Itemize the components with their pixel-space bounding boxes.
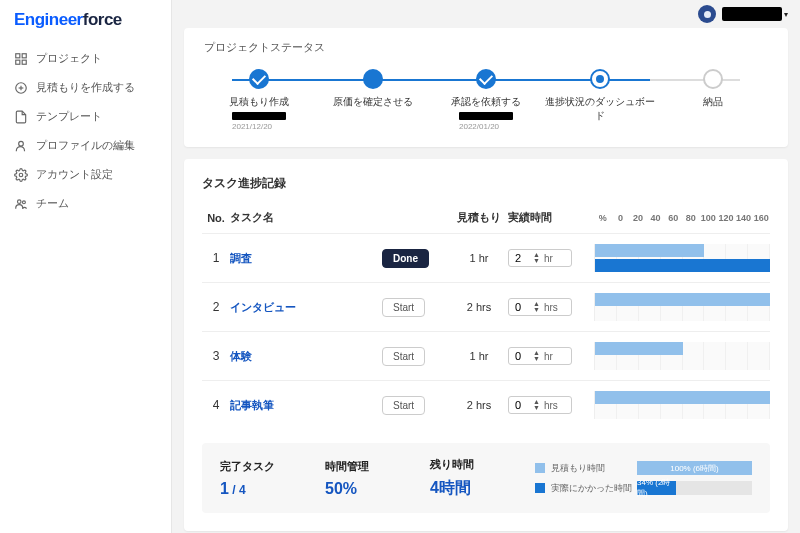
table-row: 1 調査 Done 1 hr ▲▼ hr <box>202 233 770 282</box>
document-icon <box>14 110 28 124</box>
nav-label: プロジェクト <box>36 51 102 66</box>
table-row: 2 インタビュー Start 2 hrs ▲▼ hrs <box>202 282 770 331</box>
legend-label: 実際にかかった時間 <box>551 482 637 495</box>
step-label: 承認を依頼する <box>451 95 521 109</box>
step-cost-fixed: 原価を確定させる <box>318 69 428 109</box>
main: ▾ プロジェクトステータス 見積もり作成 2021/12/20 原価を確定させる… <box>172 0 800 533</box>
nav-label: 見積もりを作成する <box>36 80 135 95</box>
nav-templates[interactable]: テンプレート <box>0 102 171 131</box>
task-link[interactable]: 記事執筆 <box>230 399 274 411</box>
nav-label: アカウント設定 <box>36 167 113 182</box>
summary-suffix: / 4 <box>229 483 246 497</box>
bar-estimate <box>595 244 704 257</box>
done-button[interactable]: Done <box>382 249 429 268</box>
summary-completed-tasks: 完了タスク 1 / 4 <box>220 459 325 498</box>
svg-point-7 <box>19 141 24 146</box>
step-author-redacted <box>459 112 513 120</box>
step-date: 2021/12/20 <box>232 122 286 131</box>
nav-label: プロファイルの編集 <box>36 138 135 153</box>
step-dashboard: 進捗状況のダッシュボード <box>545 69 655 123</box>
gear-icon <box>14 168 28 182</box>
row-no: 4 <box>202 398 230 412</box>
nav: プロジェクト 見積もりを作成する テンプレート プロファイルの編集 アカウント設… <box>0 42 171 220</box>
user-menu[interactable]: ▾ <box>698 5 788 23</box>
summary-label: 残り時間 <box>430 457 535 472</box>
logo[interactable]: Engineerforce <box>0 0 171 42</box>
summary-legend: 見積もり時間 100% (6時間) 実際にかかった時間 34% (2時間) <box>535 461 752 495</box>
nav-profile[interactable]: プロファイルの編集 <box>0 131 171 160</box>
logo-part-2: force <box>83 10 122 29</box>
status-card-title: プロジェクトステータス <box>204 40 768 55</box>
stepper-icon[interactable]: ▲▼ <box>533 301 540 313</box>
summary-remaining-time: 残り時間 4時間 <box>430 457 535 499</box>
actual-time-input[interactable]: ▲▼ hr <box>508 249 572 267</box>
step-delivery: 納品 <box>658 69 768 109</box>
scale-labels: % 0 20 40 60 80 100 120 140 160 <box>594 213 770 223</box>
task-link[interactable]: 調査 <box>230 252 252 264</box>
nav-account-settings[interactable]: アカウント設定 <box>0 160 171 189</box>
table-row: 3 体験 Start 1 hr ▲▼ hr <box>202 331 770 380</box>
summary-label: 時間管理 <box>325 459 430 474</box>
start-button[interactable]: Start <box>382 347 425 366</box>
step-estimate-created: 見積もり作成 2021/12/20 <box>204 69 314 131</box>
swatch-estimate-icon <box>535 463 545 473</box>
svg-rect-1 <box>22 53 26 57</box>
logo-part-1: Engineer <box>14 10 83 29</box>
user-icon <box>14 139 28 153</box>
legend-bar-text: 34% (2時間) <box>637 477 676 499</box>
avatar-icon <box>698 5 716 23</box>
sidebar: Engineerforce プロジェクト 見積もりを作成する テンプレート プロ… <box>0 0 172 533</box>
svg-rect-0 <box>16 53 20 57</box>
col-header-name: タスク名 <box>230 210 382 225</box>
task-link[interactable]: インタビュー <box>230 301 296 313</box>
stepper-icon[interactable]: ▲▼ <box>533 399 540 411</box>
check-icon <box>476 69 496 89</box>
progress-bar <box>594 293 770 321</box>
nav-create-estimate[interactable]: 見積もりを作成する <box>0 73 171 102</box>
summary-label: 完了タスク <box>220 459 325 474</box>
start-button[interactable]: Start <box>382 396 425 415</box>
time-unit: hrs <box>544 302 558 313</box>
task-table: No. タスク名 見積もり 実績時間 % 0 20 40 60 80 10 <box>202 206 770 429</box>
legend-bar-actual-fill: 34% (2時間) <box>637 481 676 495</box>
start-button[interactable]: Start <box>382 298 425 317</box>
bar-estimate <box>595 293 770 306</box>
step-label: 納品 <box>703 95 723 109</box>
row-no: 2 <box>202 300 230 314</box>
legend-row-estimate: 見積もり時間 100% (6時間) <box>535 461 752 475</box>
users-icon <box>14 197 28 211</box>
hollow-marker-icon <box>703 69 723 89</box>
step-label: 進捗状況のダッシュボード <box>545 95 655 123</box>
stepper-icon[interactable]: ▲▼ <box>533 252 540 264</box>
legend-bar-estimate: 100% (6時間) <box>637 461 752 475</box>
user-name-redacted <box>722 7 782 21</box>
actual-time-input[interactable]: ▲▼ hr <box>508 347 572 365</box>
legend-label: 見積もり時間 <box>551 462 637 475</box>
task-card-title: タスク進捗記録 <box>202 175 770 192</box>
estimate-value: 2 hrs <box>450 301 508 313</box>
nav-projects[interactable]: プロジェクト <box>0 44 171 73</box>
project-status-card: プロジェクトステータス 見積もり作成 2021/12/20 原価を確定させる 承… <box>184 28 788 147</box>
step-date: 2022/01/20 <box>459 122 513 131</box>
table-row: 4 記事執筆 Start 2 hrs ▲▼ hrs <box>202 380 770 429</box>
time-unit: hrs <box>544 400 558 411</box>
actual-time-input[interactable]: ▲▼ hrs <box>508 298 572 316</box>
bar-actual <box>595 259 770 272</box>
nav-team[interactable]: チーム <box>0 189 171 218</box>
topbar: ▾ <box>184 0 788 28</box>
swatch-actual-icon <box>535 483 545 493</box>
nav-label: テンプレート <box>36 109 102 124</box>
svg-point-10 <box>22 200 25 203</box>
status-steps: 見積もり作成 2021/12/20 原価を確定させる 承認を依頼する 2022/… <box>204 69 768 131</box>
step-label: 原価を確定させる <box>333 95 413 109</box>
summary-value: 1 <box>220 480 229 497</box>
time-unit: hr <box>544 253 553 264</box>
actual-time-input[interactable]: ▲▼ hrs <box>508 396 572 414</box>
chevron-down-icon: ▾ <box>784 10 788 19</box>
stepper-icon[interactable]: ▲▼ <box>533 350 540 362</box>
step-approval-requested: 承認を依頼する 2022/01/20 <box>431 69 541 131</box>
task-link[interactable]: 体験 <box>230 350 252 362</box>
row-no: 1 <box>202 251 230 265</box>
col-header-est: 見積もり <box>450 210 508 225</box>
svg-rect-3 <box>22 60 26 64</box>
